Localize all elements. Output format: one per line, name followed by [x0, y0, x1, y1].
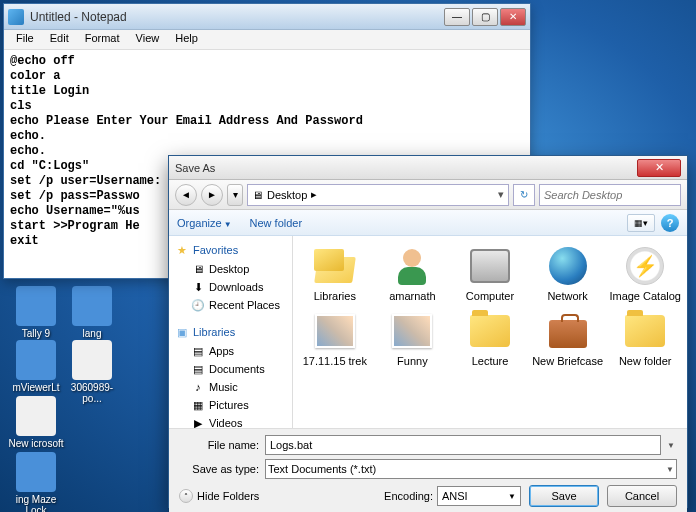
sidebar-item-videos[interactable]: ▶Videos	[169, 414, 292, 428]
address-location: Desktop	[267, 189, 307, 201]
briefcase-icon	[546, 309, 590, 353]
photo-icon	[390, 309, 434, 353]
saveas-bottom-panel: File name: ▼ Save as type: Text Document…	[169, 428, 687, 512]
documents-icon: ▤	[191, 362, 205, 376]
saveas-navbar: ◄ ► ▾ 🖥 Desktop ▸ ▾ ↻	[169, 180, 687, 210]
desktop-icon-mazelock[interactable]: ing Maze Lock	[6, 452, 66, 512]
filename-label: File name:	[179, 439, 259, 451]
hide-folders-button[interactable]: ˄Hide Folders	[179, 489, 259, 503]
folder-icon	[468, 309, 512, 353]
newfolder-button[interactable]: New folder	[250, 217, 303, 229]
address-bar[interactable]: 🖥 Desktop ▸ ▾	[247, 184, 509, 206]
sidebar-favorites-header[interactable]: ★Favorites	[169, 240, 292, 260]
search-input[interactable]	[539, 184, 681, 206]
saveas-dialog: Save As ✕ ◄ ► ▾ 🖥 Desktop ▸ ▾ ↻ Organize…	[168, 155, 688, 508]
saveas-sidebar: ★Favorites 🖥Desktop ⬇Downloads 🕘Recent P…	[169, 236, 293, 428]
notepad-titlebar[interactable]: Untitled - Notepad — ▢ ✕	[4, 4, 530, 30]
help-button[interactable]: ?	[661, 214, 679, 232]
encoding-select[interactable]: ANSI▼	[437, 486, 521, 506]
file-item[interactable]: Network	[530, 242, 606, 305]
nav-history-button[interactable]: ▾	[227, 184, 243, 206]
desktop-icon: 🖥	[252, 189, 263, 201]
apps-icon: ▤	[191, 344, 205, 358]
chevron-right-icon[interactable]: ▸	[311, 188, 317, 201]
encoding-label: Encoding:	[384, 490, 433, 502]
file-item[interactable]: Funny	[375, 307, 451, 370]
menu-file[interactable]: File	[8, 30, 42, 49]
sidebar-item-documents[interactable]: ▤Documents	[169, 360, 292, 378]
desktop-icon-tally9[interactable]: Tally 9	[6, 286, 66, 339]
desktop-icon-new[interactable]: New icrosoft ..	[6, 396, 66, 460]
file-label: amarnath	[376, 290, 450, 303]
close-button[interactable]: ✕	[500, 8, 526, 26]
download-icon: ⬇	[191, 280, 205, 294]
address-dropdown[interactable]: ▾	[498, 188, 504, 201]
nav-forward-button[interactable]: ►	[201, 184, 223, 206]
saveastype-label: Save as type:	[179, 463, 259, 475]
maximize-button[interactable]: ▢	[472, 8, 498, 26]
sidebar-item-recent[interactable]: 🕘Recent Places	[169, 296, 292, 314]
music-icon: ♪	[191, 380, 205, 394]
file-item[interactable]: Computer	[452, 242, 528, 305]
notepad-menubar: File Edit Format View Help	[4, 30, 530, 50]
file-label: New folder	[608, 355, 682, 368]
sidebar-item-apps[interactable]: ▤Apps	[169, 342, 292, 360]
menu-help[interactable]: Help	[167, 30, 206, 49]
computer-icon	[468, 244, 512, 288]
menu-edit[interactable]: Edit	[42, 30, 77, 49]
desktop-icon-mviewer[interactable]: mViewerLt	[6, 340, 66, 393]
notepad-title: Untitled - Notepad	[30, 10, 444, 24]
menu-format[interactable]: Format	[77, 30, 128, 49]
file-item[interactable]: 17.11.15 trek	[297, 307, 373, 370]
avatar-icon	[390, 244, 434, 288]
file-label: 17.11.15 trek	[298, 355, 372, 368]
saveas-file-pane[interactable]: LibrariesamarnathComputerNetwork⚡Image C…	[293, 236, 687, 428]
file-item[interactable]: Lecture	[452, 307, 528, 370]
file-item[interactable]: New Briefcase	[530, 307, 606, 370]
sidebar-libraries-header[interactable]: ▣Libraries	[169, 322, 292, 342]
desktop-icon-lang[interactable]: lang	[62, 286, 122, 339]
refresh-button[interactable]: ↻	[513, 184, 535, 206]
file-item[interactable]: Libraries	[297, 242, 373, 305]
notepad-icon	[8, 9, 24, 25]
saveas-title: Save As	[175, 162, 637, 174]
desktop-icon: 🖥	[191, 262, 205, 276]
file-item[interactable]: amarnath	[375, 242, 451, 305]
photo-icon	[313, 309, 357, 353]
saveas-titlebar[interactable]: Save As ✕	[169, 156, 687, 180]
globe-icon	[546, 244, 590, 288]
sidebar-item-downloads[interactable]: ⬇Downloads	[169, 278, 292, 296]
saveas-toolbar: Organize▼ New folder ▦▾ ?	[169, 210, 687, 236]
star-icon: ★	[175, 243, 189, 257]
videos-icon: ▶	[191, 416, 205, 428]
nav-back-button[interactable]: ◄	[175, 184, 197, 206]
save-button[interactable]: Save	[529, 485, 599, 507]
saveastype-select[interactable]: Text Documents (*.txt)▼	[265, 459, 677, 479]
file-label: Computer	[453, 290, 527, 303]
sidebar-item-desktop[interactable]: 🖥Desktop	[169, 260, 292, 278]
file-label: Lecture	[453, 355, 527, 368]
catalog-icon: ⚡	[623, 244, 667, 288]
organize-button[interactable]: Organize▼	[177, 217, 232, 229]
open-icon	[313, 244, 357, 288]
file-item[interactable]: New folder	[607, 307, 683, 370]
recent-icon: 🕘	[191, 298, 205, 312]
sidebar-item-music[interactable]: ♪Music	[169, 378, 292, 396]
desktop-icon-3060989[interactable]: 3060989-po...	[62, 340, 122, 404]
menu-view[interactable]: View	[128, 30, 168, 49]
folder-icon	[623, 309, 667, 353]
filename-input[interactable]	[265, 435, 661, 455]
file-label: Libraries	[298, 290, 372, 303]
saveas-close-button[interactable]: ✕	[637, 159, 681, 177]
file-label: New Briefcase	[531, 355, 605, 368]
pictures-icon: ▦	[191, 398, 205, 412]
file-label: Image Catalog	[608, 290, 682, 303]
file-label: Network	[531, 290, 605, 303]
library-icon: ▣	[175, 325, 189, 339]
view-options-button[interactable]: ▦▾	[627, 214, 655, 232]
cancel-button[interactable]: Cancel	[607, 485, 677, 507]
filename-dropdown[interactable]: ▼	[667, 441, 677, 450]
sidebar-item-pictures[interactable]: ▦Pictures	[169, 396, 292, 414]
minimize-button[interactable]: —	[444, 8, 470, 26]
file-item[interactable]: ⚡Image Catalog	[607, 242, 683, 305]
